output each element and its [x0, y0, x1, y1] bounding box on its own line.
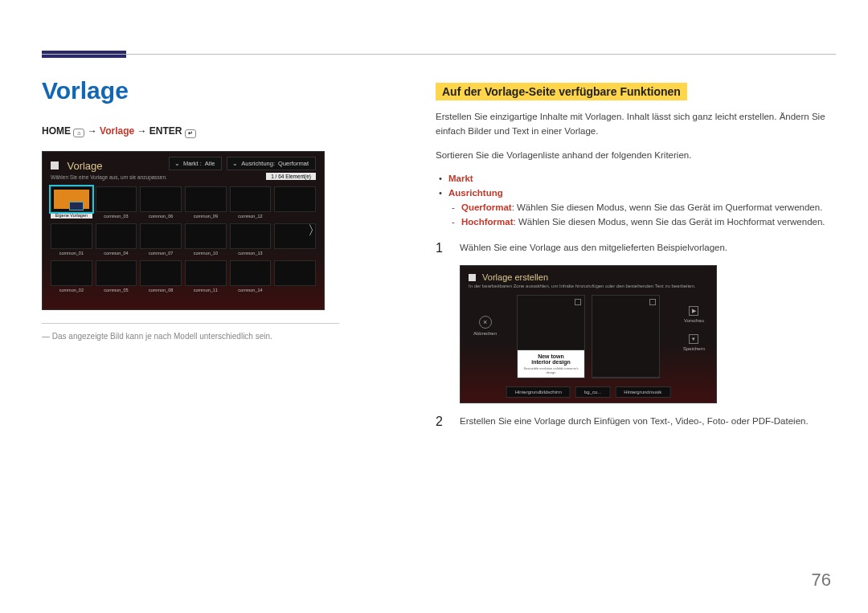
cancel-label: Abbrechen [473, 331, 497, 336]
template-cell[interactable] [185, 186, 227, 212]
template-cell[interactable] [185, 223, 227, 249]
bc-home: HOME [42, 125, 71, 137]
bg-image-button[interactable]: Hintergrundbildschirm [506, 386, 571, 398]
image-icon [575, 299, 581, 305]
grid-col: common_04 [96, 223, 137, 257]
template-cell[interactable] [51, 260, 92, 286]
card-title-1: New town [519, 353, 583, 359]
shot1-app-icon [51, 161, 59, 170]
grid-col: common_13 [230, 223, 272, 257]
filter-market[interactable]: ⌄ Markt : Alle [169, 157, 222, 170]
breadcrumb: HOME ⌂ → Vorlage → ENTER ↵ [42, 125, 339, 138]
left-column: Vorlage HOME ⌂ → Vorlage → ENTER ↵ Vorla… [42, 77, 339, 342]
sub-hochformat: Hochformat: Wählen Sie diesen Modus, wen… [436, 215, 829, 230]
grid-col: common_12 [230, 186, 272, 220]
home-icon: ⌂ [73, 129, 84, 137]
step-1-text: Wählen Sie eine Vorlage aus den mitgelie… [460, 241, 829, 255]
chevron-down-icon: ⌄ [232, 160, 238, 167]
cell-label: common_06 [140, 214, 182, 219]
template-cell[interactable] [140, 186, 182, 212]
bg-music-button[interactable]: Hintergrundmusik [615, 386, 670, 398]
card-subtitle: Sustainble evolution unfolds tomorrw's d… [519, 366, 583, 374]
grid-col: common_07 [140, 223, 182, 257]
filter-orient-value: Querformat [278, 160, 309, 167]
step-1-number: 1 [436, 241, 447, 255]
page-number: 76 [812, 570, 831, 591]
cell-label: common_12 [230, 214, 272, 219]
footnote: ― Das angezeigte Bild kann je nach Model… [42, 330, 339, 342]
shot1-title: Vorlage [67, 160, 102, 172]
template-cell[interactable] [140, 223, 182, 249]
template-cell[interactable] [140, 260, 182, 286]
bc-arrow-1: → [88, 125, 97, 137]
right-side-buttons: ▶ Vorschau ▾ Speichern [683, 306, 705, 351]
querformat-text: : Wählen Sie diesen Modus, wenn Sie das … [512, 202, 823, 212]
cell-label: common_04 [96, 251, 137, 255]
cancel-button[interactable]: × Abbrechen [473, 316, 497, 336]
template-cell[interactable] [274, 260, 316, 286]
bc-enter: ENTER [149, 125, 182, 137]
save-button[interactable]: ▾ Speichern [683, 334, 705, 351]
chevron-down-icon: ⌄ [174, 160, 180, 167]
edit-pane-left[interactable]: New town interior design Sustainble evol… [517, 295, 585, 378]
bg-value[interactable]: bg_co... [575, 386, 610, 398]
pane-image-zone [592, 296, 659, 378]
filter-orientation[interactable]: ⌄ Ausrichtung: Querformat [227, 157, 316, 170]
step-2-number: 2 [436, 415, 447, 429]
template-cell[interactable] [230, 260, 272, 286]
cell-label: common_10 [185, 251, 227, 255]
bullet-markt: Markt [436, 172, 829, 186]
cell-label: common_09 [185, 214, 227, 219]
section-heading: Auf der Vorlage-Seite verfügbare Funktio… [436, 83, 687, 100]
template-cell[interactable] [230, 186, 272, 212]
grid-col: common_11 [185, 260, 227, 294]
grid-col: common_14 [230, 260, 272, 294]
template-cell[interactable] [96, 186, 137, 212]
sub-querformat: Querformat: Wählen Sie diesen Modus, wen… [436, 201, 829, 215]
template-cell[interactable] [274, 186, 316, 212]
template-create-screenshot: Vorlage erstellen In der bearbeitbaren Z… [460, 265, 717, 403]
page-title: Vorlage [42, 77, 339, 104]
template-cell-selected[interactable] [51, 186, 92, 212]
step-2-text: Erstellen Sie eine Vorlage durch Einfüge… [460, 415, 829, 429]
grid-col: common_06 [140, 186, 182, 220]
grid-col: common_03 [96, 186, 137, 220]
footnote-text: Das angezeigte Bild kann je nach Modell … [52, 332, 272, 341]
cell-label: common_08 [140, 288, 182, 292]
edit-panes: New town interior design Sustainble evol… [517, 295, 660, 378]
right-column: Auf der Vorlage-Seite verfügbare Funktio… [436, 83, 829, 429]
template-cell[interactable] [51, 223, 92, 249]
grid-col: common_02 [51, 260, 92, 294]
grid-col [274, 260, 316, 294]
grid-col: common_08 [140, 260, 182, 294]
template-cell[interactable] [230, 223, 272, 249]
shot2-app-icon [469, 274, 476, 281]
step-1: 1 Wählen Sie eine Vorlage aus den mitgel… [436, 241, 829, 255]
template-cell[interactable] [185, 260, 227, 286]
template-grid: Eigene Vorlagen common_03 common_06 comm… [43, 183, 324, 294]
grid-col [274, 186, 316, 220]
cell-label: common_02 [51, 288, 92, 292]
template-cell[interactable] [96, 260, 137, 286]
hochformat-key: Hochformat [461, 217, 514, 227]
bullet-ausrichtung: Ausrichtung [436, 186, 829, 201]
close-icon: × [479, 316, 492, 329]
filter-market-value: Alle [205, 160, 215, 167]
grid-col: common_01 [51, 223, 92, 257]
cell-label: Eigene Vorlagen [51, 212, 92, 219]
filter-market-label: Markt : [183, 160, 202, 167]
shot2-title: Vorlage erstellen [461, 266, 716, 284]
template-list-screenshot: Vorlage Wählen Sie eine Vorlage aus, um … [42, 151, 325, 310]
preview-button[interactable]: ▶ Vorschau [683, 306, 705, 323]
pane-image-zone [518, 296, 584, 350]
cell-label: common_07 [140, 251, 182, 255]
template-cell[interactable] [96, 223, 137, 249]
next-page-arrow[interactable]: 〉 [308, 222, 321, 239]
save-label: Speichern [683, 346, 705, 351]
grid-col: Eigene Vorlagen [51, 186, 92, 220]
preview-label: Vorschau [683, 318, 705, 323]
edit-pane-right[interactable] [592, 295, 660, 378]
footnote-rule [42, 323, 339, 324]
enter-icon: ↵ [185, 129, 196, 138]
cell-label: common_05 [96, 288, 137, 292]
